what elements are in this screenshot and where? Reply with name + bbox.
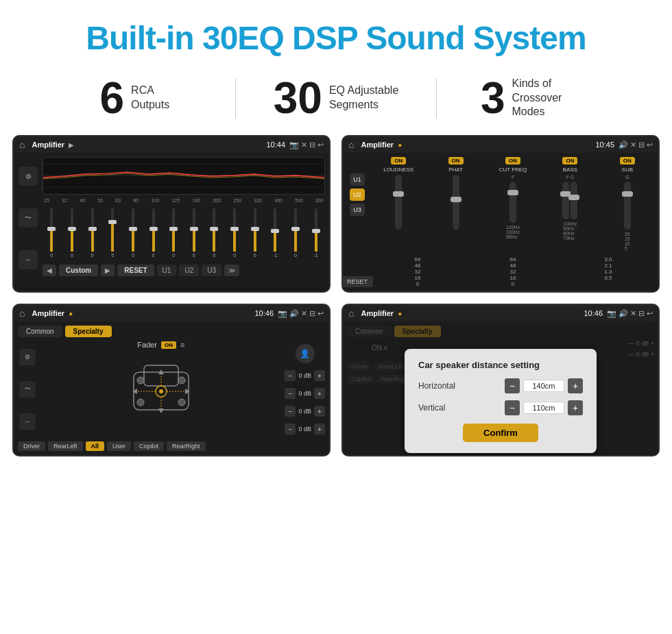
camera-icon: 📷 (289, 141, 299, 149)
fader-rl-plus[interactable]: + (314, 388, 325, 399)
distance-vertical-minus[interactable]: − (505, 400, 520, 415)
dsp-sidebar: U1 U2 U3 RESET (347, 157, 368, 287)
home-icon[interactable]: ⌂ (19, 139, 25, 150)
fader-fr-minus[interactable]: − (285, 406, 296, 417)
dsp-u2-btn[interactable]: U2 (350, 188, 365, 201)
bg-common-tab: Common (347, 326, 392, 337)
fader-arrows-icon[interactable]: ↔ (19, 413, 36, 430)
slider-12[interactable]: -1 (266, 208, 285, 258)
bg-driver: Driver (347, 362, 372, 371)
dsp-bass-freq-slider[interactable] (562, 182, 569, 219)
slider-10[interactable]: 0 (226, 208, 244, 258)
eq-screen-title: Amplifier (32, 141, 64, 149)
slider-6[interactable]: 0 (144, 208, 163, 258)
dsp-bass-col: ON BASS F G 100Hz90Hz80Hz70Hz (543, 157, 597, 241)
slider-2[interactable]: 0 (63, 208, 82, 258)
distance-time: 10:46 (584, 309, 603, 317)
dsp-sub-slider[interactable] (624, 182, 631, 230)
slider-1[interactable]: 0 (43, 208, 61, 258)
eq-arrows-btn[interactable]: ↔ (19, 250, 38, 269)
fader-fr-plus[interactable]: + (314, 406, 325, 417)
fader-rr-minus[interactable]: − (285, 424, 296, 435)
dsp-u3-btn[interactable]: U3 (350, 204, 365, 216)
dsp-cutfreq-slider[interactable] (509, 182, 516, 223)
fader-all-btn[interactable]: All (86, 441, 105, 451)
fader-specialty-tab[interactable]: Specialty (65, 326, 112, 337)
eq-graph (43, 157, 325, 195)
stat-rca: 6 RCAOutputs (41, 76, 228, 120)
fader-presets-row: Driver RearLeft All User Copilot RearRig… (18, 441, 325, 451)
dsp-home-icon[interactable]: ⌂ (348, 139, 354, 150)
fader-rr-plus[interactable]: + (314, 424, 325, 435)
eq-status-icons: 📷 ✕ ⊟ ↩ (289, 141, 324, 149)
fader-content: Common Specialty ⚙ 〜 ↔ Fader ON ≡ (14, 321, 329, 455)
fader-rl-minus[interactable]: − (285, 388, 296, 399)
slider-9[interactable]: 0 (205, 208, 224, 258)
eq-bottom-bar: ◀ Custom ▶ RESET U1 U2 U3 ≫ (43, 263, 325, 278)
fader-user-btn[interactable]: User (107, 441, 131, 451)
fader-driver-btn[interactable]: Driver (18, 441, 45, 451)
slider-track-1 (50, 208, 53, 252)
eq-prev-btn[interactable]: ◀ (43, 265, 56, 276)
eq-freq-labels: 253240506380100 125160200250320400500630 (43, 198, 325, 203)
fader-copilot-btn[interactable]: Copilot (134, 441, 164, 451)
slider-7[interactable]: 0 (165, 208, 183, 258)
dsp-sub-badge: ON (620, 157, 635, 164)
distance-horizontal-plus[interactable]: + (568, 378, 583, 393)
distance-horizontal-minus[interactable]: − (505, 378, 520, 393)
eq-u1-btn[interactable]: U1 (157, 265, 177, 276)
dsp-sub-label: SUB (622, 167, 633, 173)
slider-val-11: 0 (254, 253, 256, 258)
eq-reset-btn[interactable]: RESET (117, 265, 154, 276)
dsp-sub-vals: 2015105 (625, 232, 630, 251)
fader-fl-vol: − 0 dB + (285, 370, 325, 381)
fader-cam-icon: 📷 (278, 309, 287, 318)
dsp-screen: ⌂ Amplifier ● 10:45 🔊 ✕ ⊟ ↩ U1 U2 U3 RES… (341, 135, 660, 293)
slider-val-2: 0 (71, 253, 73, 258)
dsp-bass-gain-slider[interactable] (571, 182, 577, 219)
distance-dialog: Car speaker distance setting Horizontal … (405, 349, 597, 453)
dsp-u1-btn[interactable]: U1 (350, 173, 365, 186)
slider-11[interactable]: 0 (245, 208, 264, 258)
dsp-close-icon: ✕ (630, 141, 636, 149)
eq-next-btn[interactable]: ▶ (101, 265, 115, 276)
distance-vertical-plus[interactable]: + (568, 400, 583, 415)
dsp-minimize-icon: ⊟ (638, 141, 645, 149)
fader-fl-plus[interactable]: + (314, 370, 325, 381)
dsp-loudness-slider[interactable] (395, 175, 402, 230)
fader-fl-minus[interactable]: − (285, 370, 296, 381)
fader-on-badge: ON (161, 341, 176, 349)
fader-home-icon[interactable]: ⌂ (19, 308, 25, 319)
fader-common-tab[interactable]: Common (18, 326, 62, 337)
distance-home-icon[interactable]: ⌂ (348, 308, 354, 319)
dsp-back-icon: ↩ (647, 141, 653, 149)
slider-8[interactable]: 0 (184, 208, 203, 258)
dsp-reset-btn[interactable]: RESET (341, 276, 373, 287)
fader-eq-icon[interactable]: ⚙ (19, 349, 36, 365)
slider-5[interactable]: 0 (124, 208, 143, 258)
eq-custom-btn[interactable]: Custom (59, 265, 98, 276)
dsp-phat-slider[interactable] (453, 175, 459, 230)
eq-wave-btn[interactable]: 〜 (19, 208, 38, 228)
slider-13[interactable]: 0 (287, 208, 305, 258)
header-section: Built-in 30EQ DSP Sound System (0, 0, 672, 69)
slider-14[interactable]: -1 (307, 208, 325, 258)
fader-wave-icon[interactable]: 〜 (19, 381, 36, 398)
distance-confirm-btn[interactable]: Confirm (463, 424, 538, 442)
eq-expand-btn[interactable]: ≫ (224, 265, 239, 276)
dsp-cutfreq-vals: 120Hz100Hz80Hz (506, 225, 520, 239)
distance-vol-icon: 🔊 (619, 309, 628, 318)
eq-settings-btn[interactable]: ⚙ (19, 167, 38, 186)
dsp-cutfreq-col: ON CUT FREQ F 120Hz100Hz80Hz (486, 157, 540, 239)
bg-specialty-tab: Specialty (394, 326, 441, 337)
distance-minimize-icon: ⊟ (638, 309, 645, 318)
fader-vol-icon: 🔊 (289, 309, 299, 318)
dsp-main-panel: ON LOUDNESS ON PHAT (372, 157, 654, 287)
eq-u2-btn[interactable]: U2 (179, 265, 199, 276)
fader-rearright-btn[interactable]: RearRight (167, 441, 206, 451)
fader-rearleft-btn[interactable]: RearLeft (48, 441, 83, 451)
fader-status-icons: 📷 🔊 ✕ ⊟ ↩ (278, 309, 324, 318)
slider-4[interactable]: 5 (104, 208, 122, 258)
eq-u3-btn[interactable]: U3 (202, 265, 221, 276)
slider-3[interactable]: 0 (83, 208, 101, 258)
